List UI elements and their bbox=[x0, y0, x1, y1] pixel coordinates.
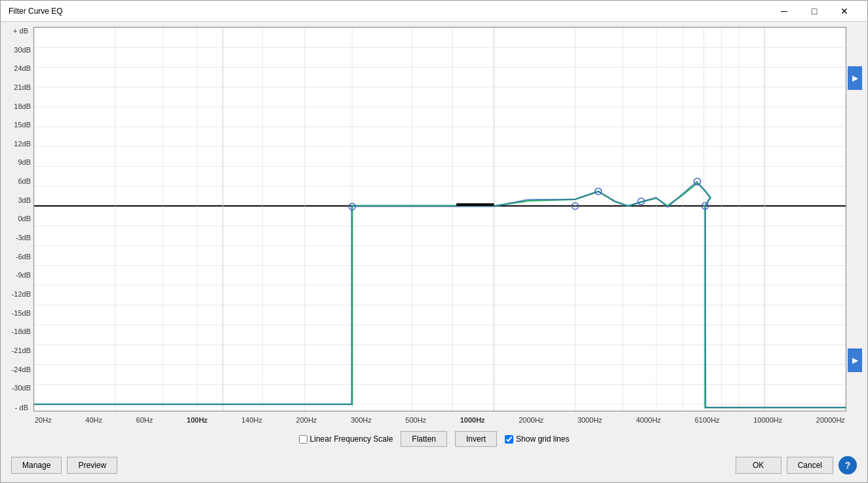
y-minus-label: - dB bbox=[6, 404, 31, 411]
show-grid-checkbox[interactable] bbox=[505, 435, 513, 444]
y-label-n30: -30dB bbox=[6, 385, 31, 392]
x-axis-labels: 20Hz 40Hz 60Hz 100Hz 140Hz 200Hz 300Hz 5… bbox=[35, 415, 845, 425]
x-label-6100hz: 6100Hz bbox=[695, 416, 720, 424]
x-label-3000hz: 3000Hz bbox=[578, 416, 602, 424]
controls-row: Linear Frequency Scale Flatten Invert Sh… bbox=[6, 429, 862, 450]
y-label-3: 3dB bbox=[6, 197, 31, 204]
y-label-n15: -15dB bbox=[6, 310, 31, 317]
main-window: Filter Curve EQ ─ □ ✕ + dB 30dB 24dB 21d… bbox=[0, 0, 868, 483]
lower-arrow-button[interactable]: ▶ bbox=[848, 348, 862, 372]
cancel-button[interactable]: Cancel bbox=[787, 457, 833, 474]
linear-freq-checkbox[interactable] bbox=[299, 435, 307, 444]
x-label-140hz: 140Hz bbox=[241, 416, 262, 424]
show-grid-text: Show grid lines bbox=[516, 434, 569, 444]
y-label-6: 6dB bbox=[6, 178, 31, 185]
y-label-0: 0dB bbox=[6, 215, 31, 222]
ok-button[interactable]: OK bbox=[736, 457, 781, 474]
content-area: + dB 30dB 24dB 21dB 18dB 15dB 12dB 9dB 6… bbox=[1, 22, 867, 482]
x-axis-row: 20Hz 40Hz 60Hz 100Hz 140Hz 200Hz 300Hz 5… bbox=[6, 415, 862, 425]
x-label-4000hz: 4000Hz bbox=[636, 416, 661, 424]
x-label-300hz: 300Hz bbox=[351, 416, 372, 424]
preview-button[interactable]: Preview bbox=[67, 457, 117, 474]
y-axis-labels: + dB 30dB 24dB 21dB 18dB 15dB 12dB 9dB 6… bbox=[6, 27, 33, 411]
minimize-button[interactable]: ─ bbox=[769, 1, 799, 22]
x-label-100hz: 100Hz bbox=[187, 416, 208, 424]
y-label-n21: -21dB bbox=[6, 347, 31, 354]
eq-curve-blue bbox=[34, 182, 846, 408]
upper-arrow-button[interactable]: ▶ bbox=[848, 66, 862, 90]
y-label-n9: -9dB bbox=[6, 272, 31, 279]
y-label-n6: -6dB bbox=[6, 253, 31, 261]
y-label-n18: -18dB bbox=[6, 328, 31, 335]
close-button[interactable]: ✕ bbox=[829, 1, 859, 22]
eq-container: + dB 30dB 24dB 21dB 18dB 15dB 12dB 9dB 6… bbox=[6, 27, 862, 411]
manage-button[interactable]: Manage bbox=[11, 457, 62, 474]
y-label-21: 21dB bbox=[6, 84, 31, 91]
linear-freq-label[interactable]: Linear Frequency Scale bbox=[299, 434, 393, 444]
window-title: Filter Curve EQ bbox=[9, 7, 769, 16]
y-label-24: 24dB bbox=[6, 65, 31, 72]
upper-arrow-btn-container: ▶ bbox=[848, 66, 862, 90]
show-grid-label[interactable]: Show grid lines bbox=[505, 434, 569, 444]
right-controls: ▶ ▶ bbox=[848, 27, 862, 411]
invert-button[interactable]: Invert bbox=[455, 431, 497, 447]
x-label-10000hz: 10000Hz bbox=[753, 416, 782, 424]
y-label-18: 18dB bbox=[6, 103, 31, 110]
y-label-12: 12dB bbox=[6, 140, 31, 148]
maximize-button[interactable]: □ bbox=[799, 1, 829, 22]
help-button[interactable]: ? bbox=[838, 456, 857, 474]
y-label-30: 30dB bbox=[6, 47, 31, 54]
x-label-20000hz: 20000Hz bbox=[816, 416, 845, 424]
title-bar-controls: ─ □ ✕ bbox=[769, 1, 859, 22]
spacer-between-arrows bbox=[848, 90, 862, 348]
y-label-n24: -24dB bbox=[6, 366, 31, 373]
y-label-n12: -12dB bbox=[6, 291, 31, 298]
title-bar: Filter Curve EQ ─ □ ✕ bbox=[1, 1, 867, 22]
bottom-row: Manage Preview OK Cancel ? bbox=[6, 453, 862, 477]
x-label-2000hz: 2000Hz bbox=[519, 416, 543, 424]
linear-freq-text: Linear Frequency Scale bbox=[310, 434, 393, 444]
eq-curve-green bbox=[34, 183, 846, 408]
lower-arrow-btn-container: ▶ bbox=[848, 348, 862, 372]
x-label-20hz: 20Hz bbox=[35, 416, 52, 424]
x-label-1000hz: 1000Hz bbox=[460, 416, 485, 424]
x-label-200hz: 200Hz bbox=[296, 416, 317, 424]
eq-chart-svg bbox=[34, 28, 846, 411]
y-label-9: 9dB bbox=[6, 159, 31, 166]
x-label-500hz: 500Hz bbox=[405, 416, 426, 424]
chart-area[interactable] bbox=[33, 27, 846, 411]
y-plus-label: + dB bbox=[6, 27, 31, 35]
flatten-button[interactable]: Flatten bbox=[401, 431, 447, 447]
y-label-15: 15dB bbox=[6, 121, 31, 129]
y-label-n3: -3dB bbox=[6, 234, 31, 242]
x-label-40hz: 40Hz bbox=[85, 416, 102, 424]
x-label-60hz: 60Hz bbox=[136, 416, 153, 424]
